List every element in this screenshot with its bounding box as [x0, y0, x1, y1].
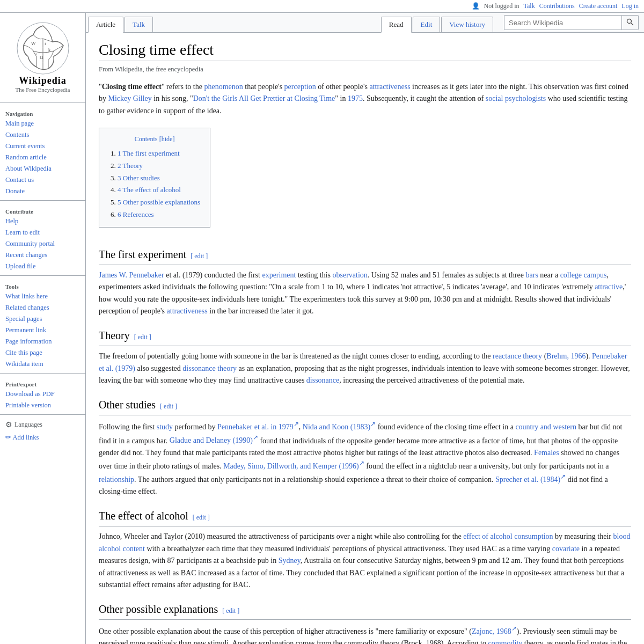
- search-input[interactable]: [504, 15, 622, 30]
- sidebar-item-community-portal[interactable]: Community portal: [0, 238, 85, 250]
- toc-item-2: 2 Theory: [118, 160, 200, 172]
- link-zajonc[interactable]: Zajonc, 1968↗: [472, 627, 517, 635]
- sidebar-item-cite[interactable]: Cite this page: [0, 347, 85, 358]
- sidebar-item-main-page[interactable]: Main page: [0, 118, 85, 129]
- print-section: Print/export Download as PDF Printable v…: [0, 377, 85, 411]
- create-account-link[interactable]: Create account: [579, 2, 618, 10]
- sidebar-item-contents[interactable]: Contents: [0, 129, 85, 141]
- link-nida-koon[interactable]: Nida and Koon (1983)↗: [303, 423, 376, 431]
- link-gladue[interactable]: Gladue and Delaney (1990)↗: [170, 436, 258, 444]
- tab-article[interactable]: Article: [88, 17, 123, 33]
- from-wiki: From Wikipedia, the free encyclopedia: [99, 65, 631, 74]
- sidebar-item-recent-changes[interactable]: Recent changes: [0, 250, 85, 261]
- link-country-western[interactable]: country and western: [515, 423, 576, 431]
- sidebar-item-permanent-link[interactable]: Permanent link: [0, 325, 85, 336]
- link-social-psychologists[interactable]: social psychologists: [486, 94, 546, 103]
- link-dissonance-theory[interactable]: dissonance theory: [182, 364, 237, 372]
- explanations-text: One other possible explanation about the…: [99, 624, 631, 644]
- divider-nav: [0, 103, 85, 103]
- link-attractiveness[interactable]: attractiveness: [369, 83, 410, 91]
- edit-link-alcohol[interactable]: [ edit ]: [193, 513, 210, 523]
- edit-link-theory[interactable]: [ edit ]: [134, 332, 151, 342]
- sidebar-item-special-pages[interactable]: Special pages: [0, 313, 85, 325]
- article-content: Closing time effect From Wikipedia, the …: [86, 33, 644, 644]
- link-sprecher[interactable]: Sprecher et al. (1984)↗: [495, 475, 566, 484]
- link-sydney[interactable]: Sydney: [279, 557, 301, 565]
- link-reactance-theory[interactable]: reactance theory: [493, 352, 542, 360]
- add-links-item[interactable]: ✏ Add links: [0, 431, 85, 443]
- contribute-section: Contribute Help Learn to edit Community …: [0, 204, 85, 272]
- languages-label: Languages: [14, 421, 42, 429]
- sidebar-item-help[interactable]: Help: [0, 216, 85, 227]
- sidebar-item-contact[interactable]: Contact us: [0, 174, 85, 186]
- sidebar-item-donate[interactable]: Donate: [0, 186, 85, 197]
- link-pennebaker-3[interactable]: Pennebaker et al. in 1979↗: [217, 423, 299, 431]
- link-observation[interactable]: observation: [332, 271, 367, 279]
- sidebar-item-download-pdf[interactable]: Download as PDF: [0, 389, 85, 400]
- link-commodity[interactable]: commodity: [488, 639, 523, 644]
- print-header: Print/export: [0, 377, 85, 389]
- toc-contents-label: Contents: [135, 135, 158, 143]
- log-in-link[interactable]: Log in: [621, 2, 639, 10]
- link-alcohol-consumption[interactable]: effect of alcohol consumption: [463, 532, 553, 540]
- link-bars[interactable]: bars: [526, 271, 538, 279]
- sidebar-item-related-changes[interactable]: Related changes: [0, 302, 85, 313]
- sidebar-item-about[interactable]: About Wikipedia: [0, 163, 85, 174]
- link-pennebaker[interactable]: James W. Pennebaker: [99, 271, 164, 279]
- link-females[interactable]: Females: [534, 449, 559, 457]
- link-song[interactable]: Don't the Girls All Get Prettier at Clos…: [193, 94, 335, 103]
- link-mickey-gilley[interactable]: Mickey Gilley: [108, 94, 152, 103]
- toc-list: 1 The first experiment 2 Theory 3 Other …: [118, 148, 200, 221]
- talk-link[interactable]: Talk: [524, 2, 535, 10]
- sidebar-item-page-info[interactable]: Page information: [0, 336, 85, 347]
- sidebar-item-wikidata[interactable]: Wikidata item: [0, 358, 85, 370]
- sidebar-item-upload-file[interactable]: Upload file: [0, 261, 85, 272]
- logo-title: Wikipedia: [2, 75, 83, 86]
- logo-area: W i k i Ω Wikipedia The Free Encyclopedi…: [0, 17, 85, 99]
- contribute-header: Contribute: [0, 204, 85, 216]
- link-study[interactable]: study: [157, 423, 173, 431]
- link-experiment[interactable]: experiment: [262, 271, 296, 279]
- tab-read[interactable]: Read: [381, 17, 412, 33]
- link-phenomenon[interactable]: phenomenon: [204, 83, 243, 91]
- sidebar-item-current-events[interactable]: Current events: [0, 141, 85, 152]
- link-perception[interactable]: perception: [284, 83, 316, 91]
- link-relationship[interactable]: relationship: [99, 475, 134, 484]
- contributions-link[interactable]: Contributions: [539, 2, 575, 10]
- section-other-studies-text: Other studies: [99, 396, 156, 413]
- divider-tools: [0, 275, 85, 276]
- link-college-campus[interactable]: college campus: [560, 271, 607, 279]
- link-attractiveness-2[interactable]: attractiveness: [167, 307, 208, 315]
- edit-link-first-experiment[interactable]: [ edit ]: [191, 251, 208, 261]
- sidebar-item-what-links-here[interactable]: What links here: [0, 291, 85, 302]
- article-body: "Closing time effect" refers to the phen…: [99, 81, 631, 644]
- sidebar-item-random-article[interactable]: Random article: [0, 152, 85, 163]
- link-brehm[interactable]: Brehm, 1966: [546, 352, 586, 360]
- tab-edit[interactable]: Edit: [413, 17, 441, 32]
- link-1975[interactable]: 1975: [348, 94, 363, 103]
- tab-view-history[interactable]: View history: [441, 17, 493, 32]
- user-icon: [472, 2, 480, 10]
- navigation-section: Navigation Main page Contents Current ev…: [0, 106, 85, 197]
- link-attractive[interactable]: attractive: [595, 283, 623, 291]
- link-madey[interactable]: Madey, Simo, Dillworth, and Kemper (1996…: [223, 462, 364, 470]
- sidebar-item-printable[interactable]: Printable version: [0, 400, 85, 411]
- svg-point-6: [627, 19, 632, 23]
- edit-link-explanations[interactable]: [ edit ]: [222, 606, 239, 616]
- header-bar: Not logged in Talk Contributions Create …: [0, 0, 644, 13]
- search-button[interactable]: [622, 15, 639, 30]
- gear-icon[interactable]: ⚙: [5, 420, 12, 429]
- link-covariate[interactable]: covariate: [552, 545, 580, 553]
- section-alcohol-text: The effect of alcohol: [99, 507, 188, 524]
- tab-talk[interactable]: Talk: [125, 17, 153, 32]
- logo-wikipedia: Wikipedia: [19, 75, 67, 86]
- sidebar-item-learn-to-edit[interactable]: Learn to edit: [0, 227, 85, 238]
- edit-link-other-studies[interactable]: [ edit ]: [160, 401, 177, 412]
- sidebar: W i k i Ω Wikipedia The Free Encyclopedi…: [0, 13, 86, 644]
- toc-hide-button[interactable]: [hide]: [159, 135, 175, 143]
- toc-item-3: 3 Other studies: [118, 173, 200, 184]
- section-title-explanations: Other possible explanations [ edit ]: [99, 601, 631, 620]
- theory-text: The freedom of potentially going home wi…: [99, 350, 631, 386]
- link-dissonance[interactable]: dissonance: [306, 376, 339, 384]
- toc-item-6: 6 References: [118, 209, 200, 221]
